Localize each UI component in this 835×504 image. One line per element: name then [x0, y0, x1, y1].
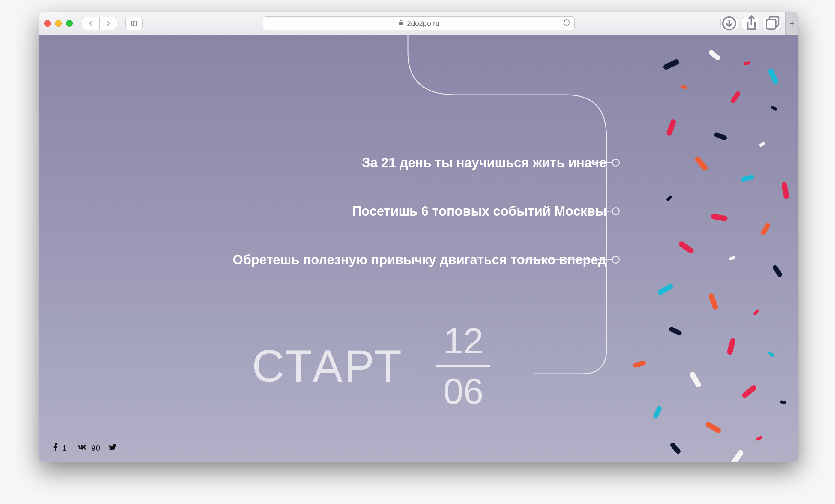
timeline-connector — [522, 259, 612, 260]
timeline-item-2: Посетишь 6 топовых событий Москвы — [352, 203, 607, 219]
browser-toolbar: 2do2go.ru — [39, 12, 798, 35]
minimize-window-button[interactable] — [55, 20, 62, 27]
svg-rect-0 — [132, 21, 137, 25]
zoom-window-button[interactable] — [66, 20, 73, 27]
new-tab-button[interactable] — [785, 12, 798, 35]
address-bar-text: 2do2go.ru — [407, 19, 440, 27]
timeline-dot — [612, 256, 620, 264]
sidebar-button[interactable] — [125, 17, 143, 30]
timeline-item-text: За 21 день ты научишься жить иначе — [362, 154, 607, 171]
address-bar[interactable]: 2do2go.ru — [263, 17, 575, 30]
facebook-count: 1 — [62, 443, 66, 453]
timeline-item-1: За 21 день ты научишься жить иначе — [362, 154, 607, 171]
start-label: СТАРТ — [252, 340, 403, 392]
share-facebook-button[interactable]: 1 — [51, 443, 66, 453]
timeline-connector — [582, 210, 612, 211]
close-window-button[interactable] — [44, 20, 51, 27]
browser-window: 2do2go.ru — [39, 12, 798, 462]
vk-count: 90 — [91, 443, 100, 453]
toolbar-right — [720, 17, 781, 30]
start-day: 12 — [443, 323, 483, 359]
back-forward-group — [82, 17, 117, 30]
start-date-separator — [436, 365, 490, 367]
social-bar: 1 90 — [51, 443, 117, 453]
timeline-item-3: Обретешь полезную привычку двигаться тол… — [233, 251, 607, 268]
svg-rect-5 — [767, 20, 776, 29]
forward-button[interactable] — [100, 17, 117, 30]
share-twitter-button[interactable] — [108, 443, 117, 453]
lock-icon — [398, 19, 404, 27]
vk-icon — [75, 443, 89, 453]
timeline-connector — [591, 162, 612, 163]
reload-button[interactable] — [563, 19, 570, 28]
share-button[interactable] — [742, 17, 759, 30]
downloads-button[interactable] — [720, 17, 738, 30]
start-date: 12 06 — [436, 323, 490, 409]
timeline-dot — [612, 207, 620, 215]
share-vk-button[interactable]: 90 — [75, 443, 100, 453]
window-controls — [44, 20, 73, 27]
twitter-icon — [108, 443, 117, 453]
back-button[interactable] — [82, 17, 100, 30]
page-viewport: За 21 день ты научишься жить иначе Посет… — [39, 35, 798, 462]
timeline-dot — [612, 159, 620, 166]
timeline-item-text: Посетишь 6 топовых событий Москвы — [352, 203, 607, 219]
start-block: СТАРТ 12 06 — [252, 323, 490, 409]
facebook-icon — [51, 443, 60, 453]
start-month: 06 — [443, 373, 483, 409]
tabs-button[interactable] — [763, 17, 781, 30]
